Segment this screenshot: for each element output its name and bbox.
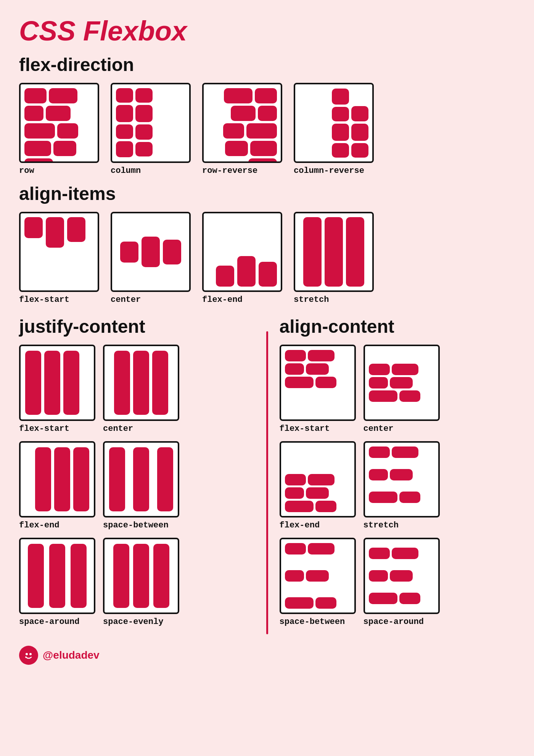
- ac-space-around-box: [364, 538, 440, 614]
- fd-row-cell: row: [19, 83, 99, 176]
- jc-flex-end-box: [19, 441, 95, 517]
- ac-space-between-box: [280, 538, 356, 614]
- ai-stretch-label: stretch: [294, 295, 329, 305]
- ac-stretch-cell: stretch: [364, 441, 440, 530]
- svg-point-3: [25, 656, 27, 658]
- fd-column-reverse-box: [294, 83, 374, 163]
- ai-flex-start-box: [19, 212, 99, 292]
- justify-content-section: justify-content flex-start center: [19, 312, 255, 634]
- jc-space-evenly-box: [103, 538, 179, 614]
- page-title: CSS Flexbox: [19, 15, 515, 47]
- jc-flex-end-label: flex-end: [19, 521, 60, 530]
- flex-direction-title: flex-direction: [19, 54, 515, 75]
- ac-space-around-label: space-around: [364, 617, 424, 627]
- fd-row-reverse-box: [202, 83, 282, 163]
- jc-flex-start-label: flex-start: [19, 424, 69, 434]
- ac-stretch-label: stretch: [364, 521, 399, 530]
- ac-row2: flex-end stretch: [280, 441, 515, 530]
- ac-flex-start-label: flex-start: [280, 424, 330, 434]
- footer-logo: [19, 646, 38, 665]
- fd-row-reverse-label: row-reverse: [202, 166, 257, 176]
- svg-point-2: [29, 653, 32, 655]
- jc-center-cell: center: [103, 345, 179, 434]
- fd-row-box: [19, 83, 99, 163]
- jc-center-box: [103, 345, 179, 421]
- justify-content-title: justify-content: [19, 316, 255, 337]
- ai-center-label: center: [111, 295, 141, 305]
- fd-column-label: column: [111, 166, 141, 176]
- jc-flex-start-cell: flex-start: [19, 345, 95, 434]
- jc-space-evenly-cell: space-evenly: [103, 538, 179, 627]
- ac-center-box: [364, 345, 440, 421]
- jc-space-around-box: [19, 538, 95, 614]
- ac-flex-end-cell: flex-end: [280, 441, 356, 530]
- ac-space-between-cell: space-between: [280, 538, 356, 627]
- fd-row-reverse-cell: row-reverse: [202, 83, 282, 176]
- ac-stretch-box: [364, 441, 440, 517]
- ai-center-cell: center: [111, 212, 191, 305]
- jc-flex-end-cell: flex-end: [19, 441, 95, 530]
- ai-flex-end-box: [202, 212, 282, 292]
- ac-row1: flex-start center: [280, 345, 515, 434]
- align-items-row: flex-start center flex-end stretch: [19, 212, 515, 305]
- ai-stretch-cell: stretch: [294, 212, 374, 305]
- svg-point-0: [23, 650, 34, 661]
- flex-direction-row: row column row-reverse: [19, 83, 515, 176]
- fd-column-box: [111, 83, 191, 163]
- align-content-title: align-content: [280, 316, 515, 337]
- ac-center-cell: center: [364, 345, 440, 434]
- align-content-section: align-content flex-start: [280, 312, 515, 634]
- bottom-sections: justify-content flex-start center: [19, 312, 515, 634]
- ai-flex-start-label: flex-start: [19, 295, 69, 305]
- ac-space-between-label: space-between: [280, 617, 345, 627]
- jc-row2: flex-end space-between: [19, 441, 255, 530]
- fd-column-reverse-cell: column-reverse: [294, 83, 374, 176]
- jc-center-label: center: [103, 424, 133, 434]
- ai-center-box: [111, 212, 191, 292]
- ai-flex-start-cell: flex-start: [19, 212, 99, 305]
- jc-space-between-cell: space-between: [103, 441, 179, 530]
- ac-flex-end-box: [280, 441, 356, 517]
- footer-handle: @eludadev: [43, 649, 100, 661]
- jc-row1: flex-start center: [19, 345, 255, 434]
- jc-space-evenly-label: space-evenly: [103, 617, 163, 627]
- jc-row3: space-around space-evenly: [19, 538, 255, 627]
- fd-column-cell: column: [111, 83, 191, 176]
- ac-row3: space-between space-around: [280, 538, 515, 627]
- jc-space-around-cell: space-around: [19, 538, 95, 627]
- svg-point-1: [26, 653, 28, 655]
- fd-row-label: row: [19, 166, 34, 176]
- jc-space-around-label: space-around: [19, 617, 79, 627]
- section-divider: [266, 331, 268, 634]
- ai-stretch-box: [294, 212, 374, 292]
- jc-space-between-label: space-between: [103, 521, 169, 530]
- ac-space-around-cell: space-around: [364, 538, 440, 627]
- ai-flex-end-label: flex-end: [202, 295, 243, 305]
- ac-flex-start-box: [280, 345, 356, 421]
- align-items-title: align-items: [19, 183, 515, 204]
- ai-flex-end-cell: flex-end: [202, 212, 282, 305]
- logo-icon: [23, 649, 35, 661]
- ac-flex-start-cell: flex-start: [280, 345, 356, 434]
- ac-flex-end-label: flex-end: [280, 521, 320, 530]
- jc-flex-start-box: [19, 345, 95, 421]
- fd-column-reverse-label: column-reverse: [294, 166, 364, 176]
- ac-center-label: center: [364, 424, 394, 434]
- jc-space-between-box: [103, 441, 179, 517]
- footer: @eludadev: [19, 646, 515, 665]
